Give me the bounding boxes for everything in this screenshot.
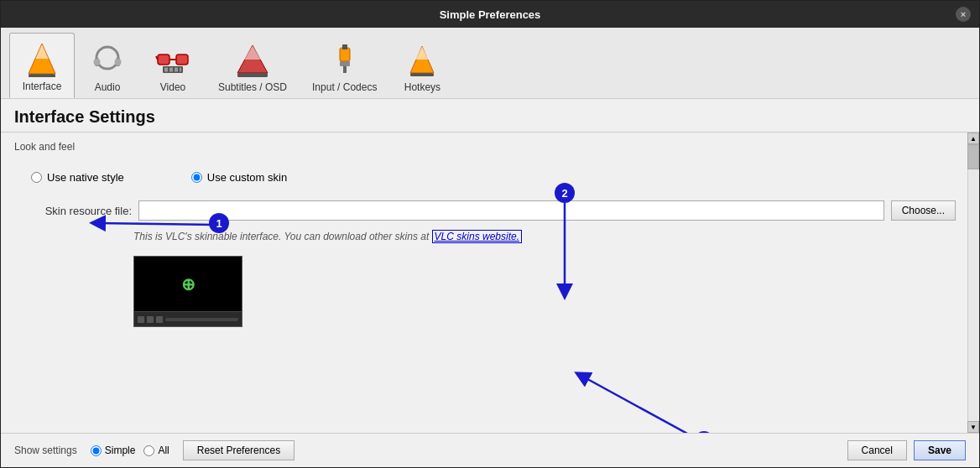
svg-marker-28 [415, 46, 429, 60]
all-radio-option[interactable]: All [143, 445, 169, 456]
close-icon: × [961, 9, 966, 19]
cancel-button[interactable]: Cancel [847, 440, 907, 460]
tab-hotkeys[interactable]: Hotkeys [389, 34, 455, 98]
show-settings-label: Show settings [14, 445, 77, 456]
svg-marker-1 [35, 44, 49, 59]
custom-skin-label: Use custom skin [207, 171, 287, 184]
page-title: Interface Settings [1, 99, 979, 133]
bottom-right: Cancel Save [847, 440, 966, 460]
titlebar: Simple Preferences × [1, 1, 979, 28]
tab-subtitles-label: Subtitles / OSD [218, 81, 287, 93]
svg-rect-20 [237, 73, 268, 77]
skin-resource-input[interactable] [138, 200, 884, 221]
svg-point-7 [94, 59, 101, 65]
simple-radio[interactable] [91, 445, 102, 456]
window-title: Simple Preferences [440, 8, 541, 21]
custom-skin-option[interactable]: Use custom skin [191, 171, 287, 184]
vlc-skins-link[interactable]: VLC skins website. [432, 230, 522, 243]
style-radio-group: Use native style Use custom skin [14, 164, 956, 190]
scrollbar-up-arrow[interactable]: ▲ [967, 133, 979, 144]
input-icon [325, 39, 365, 80]
svg-rect-14 [164, 67, 168, 71]
tab-video-label: Video [160, 81, 185, 93]
tab-subtitles[interactable]: Subtitles / OSD [206, 34, 300, 98]
svg-rect-29 [410, 73, 434, 76]
skin-preview: ⊕ [133, 256, 242, 327]
svg-rect-16 [175, 67, 178, 71]
svg-marker-19 [244, 45, 261, 60]
subtitles-icon [232, 39, 273, 80]
scrollbar-thumb[interactable] [967, 144, 979, 169]
content-area: Look and feel Use native style Use custo… [1, 133, 979, 433]
svg-rect-23 [345, 44, 347, 49]
skin-description: This is VLC's skinnable interface. You c… [14, 229, 956, 244]
hotkeys-icon [402, 39, 442, 80]
skin-resource-label: Skin resource file: [31, 205, 132, 217]
svg-rect-15 [169, 67, 173, 71]
skin-resource-row: Skin resource file: Choose... [14, 200, 956, 221]
svg-rect-10 [176, 55, 188, 65]
scrollable-content[interactable]: Look and feel Use native style Use custo… [1, 133, 979, 433]
tabs-bar: Interface Audio [1, 28, 979, 99]
all-radio[interactable] [143, 445, 154, 456]
native-style-option[interactable]: Use native style [31, 171, 124, 184]
svg-point-4 [96, 47, 118, 69]
preview-controls [134, 311, 242, 326]
audio-icon [87, 39, 128, 80]
skin-desc-text: This is VLC's skinnable interface. You c… [133, 231, 432, 242]
save-button[interactable]: Save [914, 440, 966, 460]
bottom-left: Show settings Simple All Reset Preferenc… [14, 440, 295, 460]
choose-button[interactable]: Choose... [891, 200, 956, 221]
svg-rect-25 [343, 66, 347, 73]
tab-audio-label: Audio [95, 81, 121, 93]
svg-rect-2 [29, 74, 55, 77]
svg-rect-21 [340, 48, 350, 61]
scrollbar-track: ▲ ▼ [967, 133, 979, 433]
tab-video[interactable]: Video [140, 34, 206, 98]
all-label: All [158, 445, 169, 456]
main-window: Simple Preferences × Interface [0, 0, 980, 468]
svg-rect-9 [158, 55, 169, 65]
show-settings-radios: Simple All [91, 445, 169, 456]
close-button[interactable]: × [956, 7, 971, 22]
tab-interface-label: Interface [23, 81, 62, 92]
reset-preferences-button[interactable]: Reset Preferences [183, 440, 295, 460]
interface-icon [22, 39, 62, 79]
section-look-and-feel-title: Look and feel [14, 141, 956, 153]
scrollbar-down-arrow[interactable]: ▼ [967, 421, 979, 433]
tab-hotkeys-label: Hotkeys [404, 81, 440, 93]
tab-audio[interactable]: Audio [75, 34, 140, 98]
simple-radio-option[interactable]: Simple [91, 445, 136, 456]
native-style-label: Use native style [47, 171, 124, 184]
svg-point-8 [115, 59, 122, 65]
custom-skin-radio[interactable] [191, 172, 202, 183]
tab-input-label: Input / Codecs [312, 81, 377, 93]
svg-rect-22 [342, 44, 345, 49]
bottom-bar: Show settings Simple All Reset Preferenc… [1, 433, 979, 467]
video-icon [153, 39, 193, 80]
svg-rect-17 [180, 67, 181, 71]
svg-rect-24 [340, 61, 350, 66]
native-style-radio[interactable] [31, 172, 42, 183]
preview-screen: ⊕ [134, 257, 242, 311]
tab-interface[interactable]: Interface [9, 33, 75, 98]
simple-label: Simple [105, 445, 136, 456]
tab-input[interactable]: Input / Codecs [300, 34, 389, 98]
